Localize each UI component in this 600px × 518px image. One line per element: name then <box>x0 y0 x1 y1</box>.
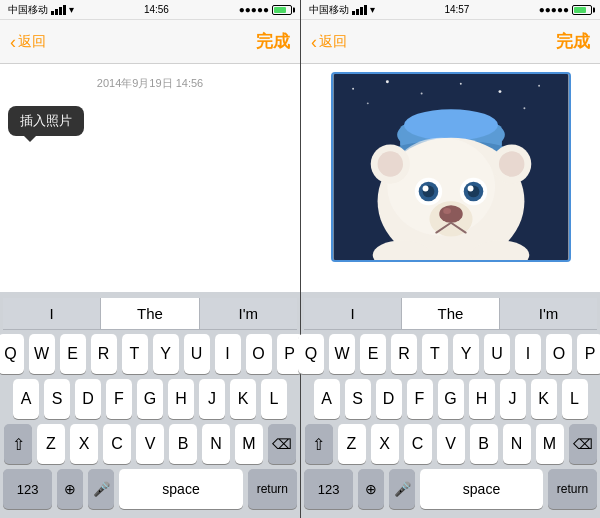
content-area-left: 插入照片 2014年9月19日 14:56 <box>0 64 300 292</box>
key-L-right[interactable]: L <box>562 379 588 419</box>
globe-key-left[interactable]: ⊕ <box>57 469 83 509</box>
key-F-left[interactable]: F <box>106 379 132 419</box>
shift-key-left[interactable]: ⇧ <box>4 424 32 464</box>
battery-icon-left <box>272 5 292 15</box>
svg-point-7 <box>366 102 368 104</box>
delete-key-left[interactable]: ⌫ <box>268 424 296 464</box>
return-key-left[interactable]: return <box>248 469 297 509</box>
return-key-right[interactable]: return <box>548 469 597 509</box>
key-Q-left[interactable]: Q <box>0 334 24 374</box>
key-row-4-left: 123 ⊕ 🎤 space return <box>3 469 297 509</box>
carrier-right: 中国移动 <box>309 3 349 17</box>
svg-point-5 <box>498 90 501 93</box>
key-J-left[interactable]: J <box>199 379 225 419</box>
key-U-right[interactable]: U <box>484 334 510 374</box>
key-D-right[interactable]: D <box>376 379 402 419</box>
key-E-left[interactable]: E <box>60 334 86 374</box>
suggestion-I-right[interactable]: I <box>304 298 402 329</box>
delete-key-right[interactable]: ⌫ <box>569 424 597 464</box>
status-right-right: ●●●●● <box>539 4 592 15</box>
svg-point-1 <box>352 88 354 90</box>
key-N-right[interactable]: N <box>503 424 531 464</box>
key-U-left[interactable]: U <box>184 334 210 374</box>
key-R-left[interactable]: R <box>91 334 117 374</box>
key-O-right[interactable]: O <box>546 334 572 374</box>
insert-photo-tooltip[interactable]: 插入照片 <box>8 106 84 136</box>
suggestions-row-right: I The I'm <box>304 298 597 330</box>
mic-key-right[interactable]: 🎤 <box>389 469 415 509</box>
key-W-left[interactable]: W <box>29 334 55 374</box>
key-F-right[interactable]: F <box>407 379 433 419</box>
key-T-right[interactable]: T <box>422 334 448 374</box>
key-X-right[interactable]: X <box>371 424 399 464</box>
space-key-left[interactable]: space <box>119 469 242 509</box>
key-D-left[interactable]: D <box>75 379 101 419</box>
status-left-right: 中国移动 ▾ <box>309 3 375 17</box>
nav-title-left[interactable]: 完成 <box>256 30 290 53</box>
key-W-right[interactable]: W <box>329 334 355 374</box>
key-Q-right[interactable]: Q <box>298 334 324 374</box>
mic-key-left[interactable]: 🎤 <box>88 469 114 509</box>
key-P-right[interactable]: P <box>577 334 600 374</box>
chevron-left-icon: ‹ <box>10 33 16 51</box>
back-button-right[interactable]: ‹ 返回 <box>311 33 347 51</box>
key-H-right[interactable]: H <box>469 379 495 419</box>
space-key-right[interactable]: space <box>420 469 543 509</box>
key-E-right[interactable]: E <box>360 334 386 374</box>
key-K-left[interactable]: K <box>230 379 256 419</box>
key-N-left[interactable]: N <box>202 424 230 464</box>
globe-key-right[interactable]: ⊕ <box>358 469 384 509</box>
key-G-right[interactable]: G <box>438 379 464 419</box>
key-C-right[interactable]: C <box>404 424 432 464</box>
left-screen: 中国移动 ▾ 14:56 ●●●●● ‹ 返回 完成 插入照片 <box>0 0 300 518</box>
key-M-right[interactable]: M <box>536 424 564 464</box>
key-I-left[interactable]: I <box>215 334 241 374</box>
key-K-right[interactable]: K <box>531 379 557 419</box>
suggestion-Im-left[interactable]: I'm <box>200 298 297 329</box>
key-A-left[interactable]: A <box>13 379 39 419</box>
key-A-right[interactable]: A <box>314 379 340 419</box>
key-S-left[interactable]: S <box>44 379 70 419</box>
key-S-right[interactable]: S <box>345 379 371 419</box>
key-Z-left[interactable]: Z <box>37 424 65 464</box>
key-X-left[interactable]: X <box>70 424 98 464</box>
wifi-icon: ▾ <box>69 4 74 15</box>
key-C-left[interactable]: C <box>103 424 131 464</box>
numbers-key-left[interactable]: 123 <box>3 469 52 509</box>
time-left: 14:56 <box>144 4 169 15</box>
suggestion-The-right[interactable]: The <box>402 298 500 329</box>
wifi-icon-right: ▾ <box>370 4 375 15</box>
key-row-3-right: ⇧ Z X C V B N M ⌫ <box>304 424 597 464</box>
right-screen: 中国移动 ▾ 14:57 ●●●●● ‹ 返回 完成 <box>300 0 600 518</box>
key-B-left[interactable]: B <box>169 424 197 464</box>
nav-title-right[interactable]: 完成 <box>556 30 590 53</box>
key-G-left[interactable]: G <box>137 379 163 419</box>
key-I-right[interactable]: I <box>515 334 541 374</box>
svg-point-11 <box>404 109 498 140</box>
key-V-right[interactable]: V <box>437 424 465 464</box>
numbers-key-right[interactable]: 123 <box>304 469 353 509</box>
status-bar-left: 中国移动 ▾ 14:56 ●●●●● <box>0 0 300 20</box>
key-J-right[interactable]: J <box>500 379 526 419</box>
key-O-left[interactable]: O <box>246 334 272 374</box>
signal-icon <box>51 5 66 15</box>
signal-icon-right <box>352 5 367 15</box>
suggestion-The-left[interactable]: The <box>101 298 199 329</box>
svg-point-18 <box>498 151 523 176</box>
key-M-left[interactable]: M <box>235 424 263 464</box>
key-Y-left[interactable]: Y <box>153 334 179 374</box>
suggestion-I-left[interactable]: I <box>3 298 101 329</box>
suggestion-Im-right[interactable]: I'm <box>500 298 597 329</box>
key-H-left[interactable]: H <box>168 379 194 419</box>
key-Z-right[interactable]: Z <box>338 424 366 464</box>
key-row-1-left: Q W E R T Y U I O P <box>3 334 297 374</box>
key-V-left[interactable]: V <box>136 424 164 464</box>
key-B-right[interactable]: B <box>470 424 498 464</box>
key-T-left[interactable]: T <box>122 334 148 374</box>
back-button-left[interactable]: ‹ 返回 <box>10 33 46 51</box>
key-L-left[interactable]: L <box>261 379 287 419</box>
key-Y-right[interactable]: Y <box>453 334 479 374</box>
status-right-left: ●●●●● <box>239 4 292 15</box>
shift-key-right[interactable]: ⇧ <box>305 424 333 464</box>
key-R-right[interactable]: R <box>391 334 417 374</box>
